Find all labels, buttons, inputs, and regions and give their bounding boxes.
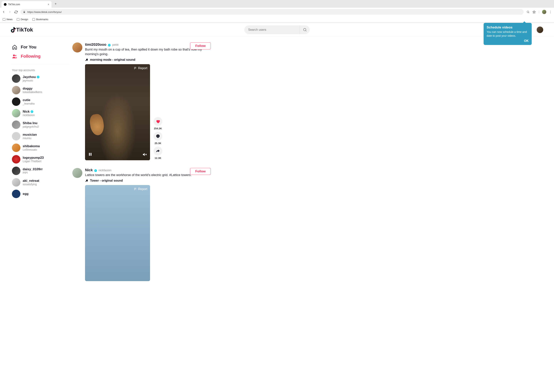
share-button[interactable] bbox=[153, 147, 162, 155]
post-handle: petttt bbox=[112, 43, 118, 46]
verified-icon: ✓ bbox=[37, 76, 39, 78]
zoom-icon[interactable] bbox=[526, 10, 530, 14]
feed-post: timi2020ooo ✓ petttt Burnt my mouth on a… bbox=[72, 42, 211, 160]
search-input[interactable] bbox=[244, 28, 300, 32]
account-handle: sosatisfying bbox=[23, 183, 39, 186]
reload-icon[interactable] bbox=[14, 10, 18, 14]
account-item[interactable]: musician miumiu bbox=[11, 131, 69, 142]
account-name: aki_retreat bbox=[23, 179, 39, 183]
home-icon bbox=[12, 44, 17, 50]
music-icon bbox=[85, 179, 88, 182]
account-item[interactable]: logeypump23 Logan Thielbert bbox=[11, 154, 69, 165]
verified-icon: ✓ bbox=[94, 169, 97, 172]
svg-point-2 bbox=[13, 55, 15, 56]
lock-icon bbox=[23, 11, 25, 13]
folder-icon bbox=[32, 18, 35, 21]
video-player[interactable]: Report bbox=[85, 185, 150, 281]
account-handle: PIPI bbox=[23, 171, 43, 174]
account-name: Shiba Inu bbox=[23, 121, 39, 125]
account-avatar bbox=[12, 167, 20, 175]
search-icon bbox=[303, 28, 307, 32]
tooltip-ok-button[interactable]: OK bbox=[487, 39, 529, 43]
url-field[interactable]: https://www.tiktok.com/foryou/ bbox=[20, 9, 524, 15]
music-icon bbox=[85, 58, 88, 61]
share-icon bbox=[156, 149, 160, 153]
comment-button[interactable] bbox=[153, 132, 162, 141]
account-avatar bbox=[12, 155, 20, 163]
report-button[interactable]: Report bbox=[134, 187, 147, 191]
browser-tab[interactable]: TikTok.com × bbox=[1, 1, 51, 8]
follow-button[interactable]: Follow bbox=[190, 168, 211, 175]
svg-point-9 bbox=[157, 136, 157, 136]
folder-icon bbox=[17, 18, 19, 21]
pause-button[interactable] bbox=[88, 152, 92, 158]
nav-for-you[interactable]: For You bbox=[11, 42, 69, 52]
heart-icon bbox=[156, 119, 160, 124]
top-accounts-label: Your top accounts bbox=[11, 67, 69, 73]
svg-point-1 bbox=[303, 28, 306, 31]
svg-point-11 bbox=[158, 136, 159, 136]
follow-button[interactable]: Follow bbox=[190, 42, 211, 49]
bookmarks-bar: News Design Bookmarks bbox=[0, 16, 554, 23]
bookmark-news[interactable]: News bbox=[3, 18, 13, 21]
post-avatar[interactable] bbox=[72, 168, 82, 178]
account-item[interactable]: shibakoma LoStressato bbox=[11, 142, 69, 154]
back-icon[interactable] bbox=[2, 10, 5, 14]
like-count: 254.3K bbox=[154, 127, 162, 130]
account-item[interactable]: daisy_0109rr PIPI bbox=[11, 165, 69, 177]
account-item[interactable]: Shiba Inu paigegotchu2 bbox=[11, 119, 69, 131]
flag-icon bbox=[134, 67, 137, 70]
tooltip-body: You can now schedule a time and date to … bbox=[487, 30, 529, 38]
account-name: daisy_0109rr bbox=[23, 167, 43, 171]
people-icon bbox=[12, 54, 17, 59]
account-item[interactable]: Jayzhou✓ jaymusic bbox=[11, 73, 69, 84]
star-icon[interactable] bbox=[532, 10, 536, 14]
account-name: Nick✓ bbox=[23, 110, 35, 113]
account-name: Jayzhou✓ bbox=[23, 75, 39, 79]
post-music[interactable]: morning mode - original sound bbox=[85, 58, 211, 62]
url-text: https://www.tiktok.com/foryou/ bbox=[27, 11, 62, 14]
post-avatar[interactable] bbox=[72, 42, 82, 52]
account-item[interactable]: aki_retreat sosatisfying bbox=[11, 177, 69, 188]
browser-menu-icon[interactable]: ⋮ bbox=[549, 10, 552, 14]
like-button[interactable] bbox=[153, 117, 162, 126]
account-item[interactable]: doggy lukasbakwilkens bbox=[11, 84, 69, 96]
account-name: musician bbox=[23, 133, 37, 137]
account-handle: LoStressato bbox=[23, 148, 40, 151]
divider bbox=[11, 64, 69, 64]
forward-icon[interactable] bbox=[8, 10, 12, 14]
account-item[interactable]: egg bbox=[11, 188, 69, 200]
account-handle: lukasbakwilkens bbox=[23, 91, 42, 94]
bookmark-bookmarks[interactable]: Bookmarks bbox=[32, 18, 48, 21]
new-tab-button[interactable]: + bbox=[53, 2, 58, 6]
comment-icon bbox=[156, 134, 160, 138]
tab-close-icon[interactable]: × bbox=[48, 3, 49, 6]
account-avatar bbox=[12, 144, 20, 152]
bookmark-design[interactable]: Design bbox=[17, 18, 28, 21]
svg-point-10 bbox=[158, 136, 158, 136]
svg-rect-7 bbox=[91, 153, 92, 156]
mute-button[interactable] bbox=[142, 152, 147, 158]
account-item[interactable]: Nick✓ nickfasion bbox=[11, 107, 69, 119]
video-player[interactable]: Report bbox=[85, 64, 150, 160]
account-item[interactable]: cutie _teamaka bbox=[11, 96, 69, 107]
accounts-list: Jayzhou✓ jaymusic doggy lukasbakwilkens … bbox=[11, 73, 69, 200]
search-button[interactable] bbox=[300, 25, 310, 34]
report-button[interactable]: Report bbox=[134, 66, 147, 70]
verified-icon: ✓ bbox=[31, 110, 33, 113]
svg-rect-6 bbox=[89, 153, 90, 156]
account-avatar bbox=[12, 120, 20, 129]
post-handle: nickfasion bbox=[99, 168, 111, 172]
account-avatar bbox=[12, 190, 20, 198]
account-avatar bbox=[12, 98, 20, 106]
address-bar: https://www.tiktok.com/foryou/ | ⋮ bbox=[0, 8, 554, 16]
logo[interactable]: TikTok bbox=[11, 27, 33, 33]
profile-avatar[interactable] bbox=[537, 27, 543, 33]
folder-icon bbox=[3, 18, 5, 21]
browser-chrome: TikTok.com × + https://www.tiktok.com/fo… bbox=[0, 0, 554, 23]
nav-following[interactable]: Following bbox=[11, 52, 69, 61]
schedule-tooltip: Schedule videos You can now schedule a t… bbox=[484, 23, 532, 45]
post-music[interactable]: Tower - original sound bbox=[85, 179, 211, 182]
account-avatar bbox=[12, 132, 20, 140]
browser-profile-avatar[interactable] bbox=[542, 10, 546, 14]
